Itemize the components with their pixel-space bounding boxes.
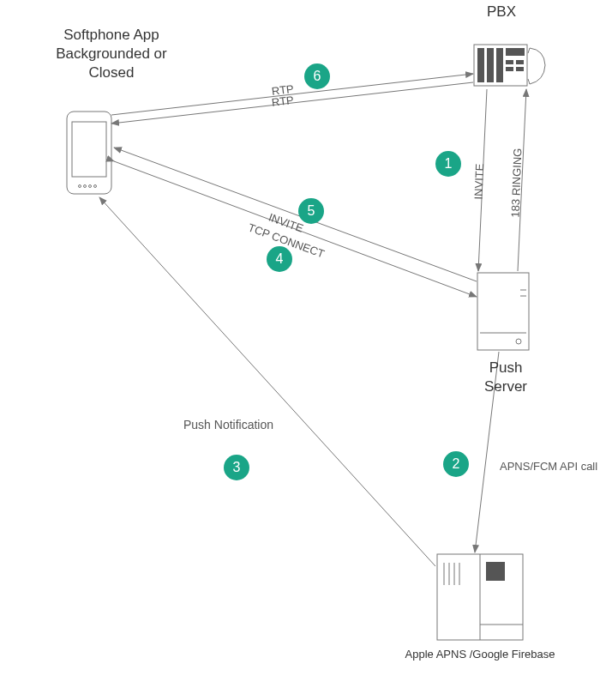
softphone-label-l1: Softphone App <box>63 27 159 43</box>
svg-point-3 <box>84 185 87 188</box>
apns-server-icon <box>437 554 523 640</box>
svg-rect-1 <box>72 122 106 177</box>
svg-rect-10 <box>506 48 525 56</box>
push-server-label: Push Server <box>471 359 540 396</box>
step-4-badge: 4 <box>267 246 292 272</box>
step-3-badge: 3 <box>224 455 249 480</box>
svg-rect-0 <box>67 112 111 194</box>
svg-rect-8 <box>487 48 494 82</box>
diagram-canvas <box>0 0 606 700</box>
push-notification-label: Push Notification <box>183 418 273 431</box>
smartphone-icon <box>67 112 111 194</box>
softphone-label: Softphone App Backgrounded or Closed <box>26 26 197 82</box>
svg-point-17 <box>516 339 521 344</box>
svg-rect-13 <box>506 67 513 71</box>
svg-rect-7 <box>477 48 484 82</box>
apns-server-label: Apple APNS /Google Firebase <box>394 648 566 662</box>
svg-rect-6 <box>474 45 527 86</box>
svg-rect-9 <box>496 48 503 82</box>
pbx-icon <box>474 45 545 86</box>
step-5-badge: 5 <box>298 198 324 224</box>
softphone-label-l2: Backgrounded or <box>56 45 166 62</box>
softphone-label-l3: Closed <box>89 64 135 81</box>
pbx-label: PBX <box>463 3 540 21</box>
rtp-bottom-label: RTP <box>271 94 294 109</box>
ringing-label: 183 RINGING <box>509 148 525 217</box>
svg-line-32 <box>114 148 477 281</box>
step-2-badge: 2 <box>443 451 469 477</box>
step-1-badge: 1 <box>435 151 461 177</box>
invite-pbx-push-label: INVITE <box>472 163 486 199</box>
push-server-label-l1: Push <box>489 359 523 376</box>
push-server-label-l2: Server <box>484 378 527 395</box>
svg-rect-15 <box>477 273 529 350</box>
svg-rect-23 <box>486 562 505 581</box>
step-6-badge: 6 <box>304 63 330 89</box>
svg-rect-11 <box>506 60 513 64</box>
svg-point-2 <box>79 185 81 188</box>
svg-point-4 <box>89 185 92 188</box>
svg-point-5 <box>94 185 97 188</box>
push-server-icon <box>477 273 529 350</box>
svg-rect-20 <box>437 554 523 640</box>
svg-rect-12 <box>516 60 524 64</box>
apns-api-label: APNS/FCM API call <box>500 460 597 473</box>
svg-rect-14 <box>516 67 524 71</box>
